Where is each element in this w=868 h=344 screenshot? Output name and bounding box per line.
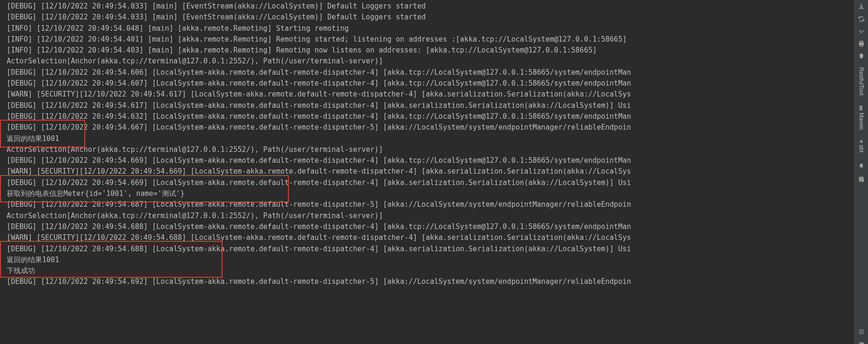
log-line: 返回的结果1001 xyxy=(7,255,852,265)
log-line: [WARN] [SECURITY][12/10/2022 20:49:54.66… xyxy=(7,166,852,177)
log-line: [DEBUG] [12/10/2022 20:49:54.669] [Local… xyxy=(7,177,852,188)
log-line: [DEBUG] [12/10/2022 20:49:54.033] [main]… xyxy=(7,12,852,23)
sbt-icon xyxy=(860,140,863,143)
log-line: 下线成功 xyxy=(7,265,852,276)
log-line: [DEBUG] [12/10/2022 20:49:54.692] [Local… xyxy=(7,276,852,287)
tool-tab-restfultool[interactable]: RestfulTool xyxy=(857,63,866,99)
log-line: [INFO] [12/10/2022 20:49:54.401] [main] … xyxy=(7,34,852,45)
print-icon[interactable] xyxy=(857,39,866,48)
log-line: [DEBUG] [12/10/2022 20:49:54.617] [Local… xyxy=(7,100,852,111)
book-icon xyxy=(859,329,864,336)
svg-rect-1 xyxy=(860,41,863,43)
log-line: [DEBUG] [12/10/2022 20:49:54.667] [Local… xyxy=(7,122,852,133)
tool-tab-label: Maven xyxy=(858,113,865,130)
log-line: ActorSelection[Anchor(akka.tcp://termina… xyxy=(7,144,852,155)
trash-icon[interactable] xyxy=(857,51,866,61)
log-line: 返回的结果1001 xyxy=(7,133,852,144)
tool-tab-label: RestfulTool xyxy=(858,67,865,95)
expand-icon[interactable] xyxy=(857,26,866,36)
console-output[interactable]: [DEBUG] [12/10/2022 20:49:54.033] [main]… xyxy=(0,0,854,344)
svg-rect-2 xyxy=(860,45,863,46)
log-line: ActorSelection[Anchor(akka.tcp://termina… xyxy=(7,56,852,67)
log-line: 获取到的电表信息Meter{id='1001', name='测试'} xyxy=(7,188,852,199)
tool-tab-maven[interactable]: m Maven xyxy=(857,102,866,133)
log-line: [DEBUG] [12/10/2022 20:49:54.687] [Local… xyxy=(7,199,852,210)
download-icon[interactable] xyxy=(857,2,866,11)
tool-tab-sbt[interactable]: sbt xyxy=(857,136,866,156)
log-line: [DEBUG] [12/10/2022 20:49:54.033] [main]… xyxy=(7,1,852,12)
log-line: [DEBUG] [12/10/2022 20:49:54.669] [Local… xyxy=(7,155,852,166)
log-line: ActorSelection[Anchor(akka.tcp://termina… xyxy=(7,211,852,221)
log-line: [DEBUG] [12/10/2022 20:49:54.688] [Local… xyxy=(7,244,852,255)
tool-tab-words[interactable]: 单词 xyxy=(857,329,865,344)
log-line: [DEBUG] [12/10/2022 20:49:54.607] [Local… xyxy=(7,78,852,89)
log-line: [DEBUG] [12/10/2022 20:49:54.606] [Local… xyxy=(7,67,852,78)
bell-icon xyxy=(859,163,864,170)
tool-tab-label: sbt xyxy=(858,145,865,152)
refresh-icon[interactable] xyxy=(857,14,866,24)
right-tool-strip: RestfulTool m Maven sbt 通知 单词 xyxy=(854,0,868,344)
log-line: [DEBUG] [12/10/2022 20:49:54.688] [Local… xyxy=(7,221,852,232)
log-line: [INFO] [12/10/2022 20:49:54.403] [main] … xyxy=(7,45,852,56)
maven-icon: m xyxy=(858,106,865,111)
log-line: [INFO] [12/10/2022 20:49:54.048] [main] … xyxy=(7,23,852,34)
svg-rect-0 xyxy=(859,43,864,45)
log-line: [WARN] [SECURITY][12/10/2022 20:49:54.68… xyxy=(7,232,852,243)
log-line: [WARN] [SECURITY][12/10/2022 20:49:54.61… xyxy=(7,89,852,100)
log-line: [DEBUG] [12/10/2022 20:49:54.632] [Local… xyxy=(7,111,852,122)
tool-tab-notifications[interactable]: 通知 xyxy=(856,159,866,176)
